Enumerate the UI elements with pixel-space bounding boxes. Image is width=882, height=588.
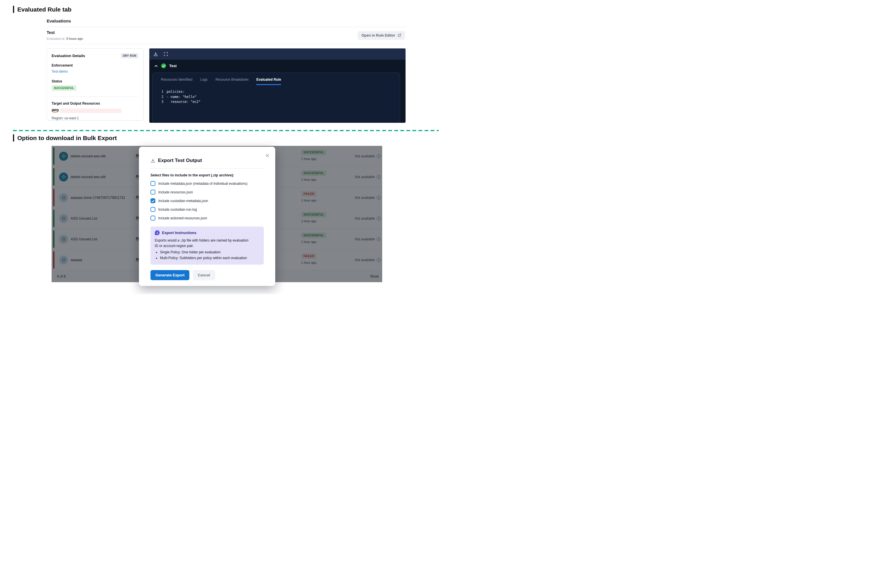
page: Evaluated Rule tab Evaluations Test Eval… <box>0 0 441 294</box>
status-label: Status <box>52 79 139 83</box>
line-number: 1 <box>156 89 164 94</box>
chevron-up-icon[interactable] <box>154 64 158 68</box>
instructions-body: Exports would a .zip file with folders a… <box>155 238 253 249</box>
checkbox-include-custodian-run-log[interactable]: Include custodian-run.log <box>150 207 264 212</box>
checkbox[interactable] <box>150 216 155 220</box>
viewer-toolbar <box>149 48 405 60</box>
viewer-inner-card: Resources Identified Logs Resource Break… <box>152 73 400 123</box>
instructions-title: Export Instructions <box>162 231 196 235</box>
divider <box>47 44 405 44</box>
generate-export-button[interactable]: Generate Export <box>150 270 189 280</box>
fullscreen-icon[interactable] <box>164 52 168 56</box>
cancel-button[interactable]: Cancel <box>193 270 215 280</box>
evaluated-at: Evaluated at: 3 hours ago <box>47 37 83 40</box>
export-modal: ✕ Export Test Output Select files to inc… <box>139 147 275 286</box>
open-in-rule-editor-label: Open in Rule Editor <box>362 33 395 38</box>
evaluation-header-row: Test Evaluated at: 3 hours ago Open in R… <box>47 27 405 44</box>
viewer-evaluation-name: Test <box>169 64 177 68</box>
instructions-bullet: Single Policy: One folder per evaluation <box>160 250 260 255</box>
checkbox-include-custodian-metadata[interactable]: Include custodian-metadata.json <box>150 198 264 203</box>
status-badge: SUCCESSFUL <box>52 86 76 91</box>
evaluated-at-value: 3 hours ago <box>66 37 83 40</box>
checkbox-include-resources[interactable]: Include resources.json <box>150 190 264 195</box>
section-title-evaluated-rule: Evaluated Rule tab <box>13 6 72 13</box>
modal-subtitle: Select files to include in the export (.… <box>150 173 264 177</box>
evaluations-heading: Evaluations <box>47 18 405 23</box>
region-text: Region: us-east-1 <box>52 116 139 120</box>
line-number: 2 <box>156 94 164 100</box>
evaluation-group-row[interactable]: Test <box>149 60 405 68</box>
code-line: policies: <box>166 89 184 94</box>
code-line: resource: "ec2" <box>166 99 201 105</box>
instructions-list: Single Policy: One folder per evaluation… <box>156 250 260 261</box>
evaluations-panel: Evaluations Test Evaluated at: 3 hours a… <box>47 18 405 123</box>
open-in-rule-editor-button[interactable]: Open in Rule Editor <box>358 31 405 40</box>
checkbox[interactable] <box>150 190 155 195</box>
modal-title: Export Test Output <box>158 158 202 164</box>
checkbox-label: Include actioned-resources.json <box>158 216 207 220</box>
evaluation-output-viewer: Test Resources Identified Logs Resource … <box>149 48 405 123</box>
checkbox-label: Include custodian-metadata.json <box>158 199 208 203</box>
success-check-icon <box>161 63 166 68</box>
tab-resource-breakdown[interactable]: Resource Breakdown <box>215 78 249 85</box>
evaluated-rule-code: 1policies: 2- name: "hello" 3 resource: … <box>153 89 400 105</box>
line-number: 3 <box>156 99 164 105</box>
tab-logs[interactable]: Logs <box>200 78 207 85</box>
instructions-bullet: Multi-Policy: Subfolders per policy with… <box>160 256 260 261</box>
download-icon[interactable] <box>153 52 158 57</box>
divider <box>150 168 265 169</box>
info-icon: i <box>155 230 160 235</box>
divider <box>52 96 139 97</box>
evaluated-at-label: Evaluated at: <box>47 37 65 40</box>
redacted-account-text <box>60 109 122 113</box>
checkbox-label: Include resources.json <box>158 190 193 194</box>
section-divider-dashed <box>13 130 439 131</box>
dry-run-badge: DRY RUN <box>120 53 139 58</box>
aws-logo: aws <box>52 108 59 113</box>
checkbox[interactable] <box>150 198 155 203</box>
evaluation-name: Test <box>47 30 83 35</box>
enforcement-label: Enforcement <box>52 63 139 68</box>
section-title-bulk-export: Option to download in Bulk Export <box>13 134 117 141</box>
external-link-icon <box>398 33 401 37</box>
checkbox-include-metadata[interactable]: Include metadata.json (metadata of indiv… <box>150 181 264 186</box>
tab-evaluated-rule[interactable]: Evaluated Rule <box>256 78 281 85</box>
export-instructions-box: i Export Instructions Exports would a .z… <box>150 226 264 265</box>
checkbox-label: Include custodian-run.log <box>158 207 197 212</box>
checkbox[interactable] <box>150 181 155 186</box>
code-line: - name: "hello" <box>166 94 196 100</box>
checkbox[interactable] <box>150 207 155 212</box>
evaluation-details-card: Evaluation Details DRY RUN Enforcement T… <box>47 48 144 120</box>
tab-resources-identified[interactable]: Resources Identified <box>161 78 192 85</box>
evaluation-title-block: Test Evaluated at: 3 hours ago <box>47 30 83 40</box>
download-icon <box>150 158 155 163</box>
checkbox-include-actioned-resources[interactable]: Include actioned-resources.json <box>150 216 264 220</box>
close-icon[interactable]: ✕ <box>264 152 271 159</box>
evaluation-details-title: Evaluation Details <box>52 54 85 58</box>
viewer-tabs: Resources Identified Logs Resource Break… <box>153 73 400 85</box>
checkbox-label: Include metadata.json (metadata of indiv… <box>158 182 248 186</box>
target-resources-label: Target and Output Resources <box>52 102 139 105</box>
enforcement-link[interactable]: Test-demo <box>52 69 139 74</box>
